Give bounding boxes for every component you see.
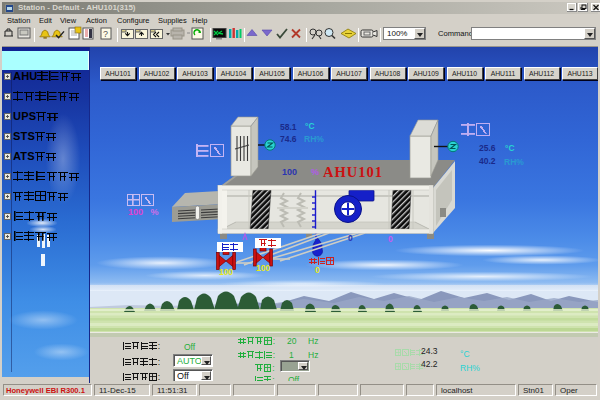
- svg-text:?: ?: [103, 29, 108, 39]
